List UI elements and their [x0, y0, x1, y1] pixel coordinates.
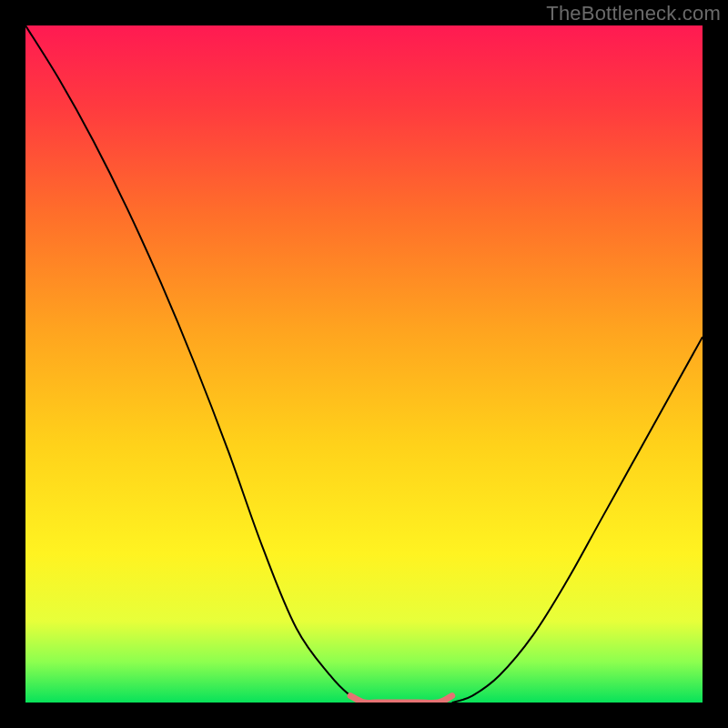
plot-area: [25, 25, 703, 703]
gradient-rect: [25, 25, 703, 703]
chart-svg: [25, 25, 703, 703]
chart-frame: TheBottleneck.com: [0, 0, 728, 728]
watermark-label: TheBottleneck.com: [546, 2, 721, 25]
